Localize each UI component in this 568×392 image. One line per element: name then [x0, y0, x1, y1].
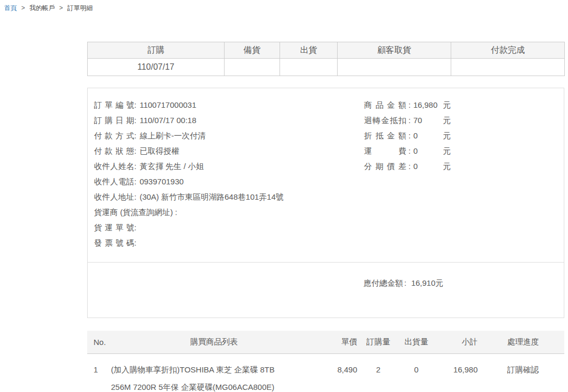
- status-value-row: 110/07/17: [88, 59, 565, 76]
- order-info-box: 訂單編號:1100717000031 訂購日期:110/07/17 00:18 …: [87, 88, 564, 318]
- info-row-recipient-address: 收件人地址:(30A) 新竹市東區明湖路648巷101弄14號: [94, 189, 557, 204]
- info-row-carrier: 貨運商 (貨流查詢網址) :: [94, 204, 557, 220]
- currency-unit: 元: [443, 100, 451, 109]
- breadcrumb-current-page: 訂單明細: [67, 4, 92, 12]
- product-name-link[interactable]: (加入購物車享折扣)TOSHIBA 東芝 企業碟 8TB 256M 7200R …: [111, 361, 285, 392]
- info-row-order-date: 訂購日期:110/07/17 00:18: [94, 113, 557, 128]
- info-row-rebate-deduction: 迴轉金抵扣:70元: [364, 113, 451, 128]
- product-subtotal: 16,980: [435, 353, 482, 392]
- shipping-fee-value: 0: [413, 143, 443, 158]
- rebate-deduction-label: 迴轉金抵扣: [364, 113, 406, 128]
- product-unit-price: 8,490: [317, 353, 359, 392]
- status-preparing-date: [225, 59, 280, 76]
- product-processing-status: 訂購確認: [482, 353, 564, 392]
- currency-unit: 元: [443, 116, 451, 125]
- discount-amount-label: 折抵金額: [364, 128, 406, 143]
- discount-amount-value: 0: [413, 128, 443, 143]
- order-date-label: 訂購日期: [94, 113, 134, 128]
- colon: :: [134, 192, 136, 201]
- status-col-payment-complete: 付款完成: [451, 42, 565, 59]
- payment-method-value: 線上刷卡-一次付清: [139, 131, 206, 140]
- purchased-products-table: No. 購買商品列表 單價 訂購量 出貨量 小計 處理進度 1 (加入購物車享折…: [87, 331, 564, 392]
- installment-difference-label: 分期價差: [364, 158, 406, 174]
- col-processing-status: 處理進度: [482, 331, 564, 353]
- status-col-ordered: 訂購: [88, 42, 225, 59]
- payment-status-label: 付款狀態: [94, 143, 134, 158]
- order-status-table: 訂購 備貨 出貨 顧客取貨 付款完成 110/07/17: [87, 42, 565, 76]
- colon: :: [175, 208, 177, 217]
- info-row-shipping-number: 貨運單號:: [94, 220, 557, 235]
- status-payment-complete-date: [451, 59, 565, 76]
- info-row-payment-status: 付款狀態:已取得授權: [94, 143, 557, 158]
- invoice-number-label: 發票號碼: [94, 235, 134, 250]
- product-row-no: 1: [87, 353, 111, 392]
- colon: :: [134, 100, 136, 109]
- breadcrumb: 首頁 > 我的帳戶 > 訂單明細: [4, 4, 568, 12]
- colon: :: [408, 100, 411, 109]
- currency-unit: 元: [443, 146, 451, 155]
- currency-unit: 元: [443, 162, 451, 171]
- payment-status-value: 已取得授權: [139, 146, 179, 155]
- recipient-address-value: (30A) 新竹市東區明湖路648巷101弄14號: [139, 192, 284, 201]
- breadcrumb-separator: >: [21, 4, 25, 12]
- status-header-row: 訂購 備貨 出貨 顧客取貨 付款完成: [88, 42, 565, 59]
- breadcrumb-my-account-link[interactable]: 我的帳戶: [30, 4, 55, 12]
- recipient-phone-value: 0939701930: [139, 177, 183, 186]
- recipient-name-label: 收件人姓名: [94, 158, 134, 174]
- product-row: 1 (加入購物車享折扣)TOSHIBA 東芝 企業碟 8TB 256M 7200…: [87, 353, 564, 392]
- info-row-installment-difference: 分期價差:0元: [364, 158, 451, 174]
- info-row-product-amount: 商品金額:16,980元: [364, 97, 451, 113]
- product-ship-qty: 0: [397, 353, 435, 392]
- colon: :: [134, 238, 136, 247]
- total-due-value: 16,910元: [411, 278, 443, 287]
- order-total-section: 應付總金額:16,910元: [88, 262, 564, 318]
- colon: :: [404, 278, 406, 287]
- product-amount-value: 16,980: [413, 97, 443, 113]
- info-row-order-number: 訂單編號:1100717000031: [94, 97, 557, 113]
- shipping-number-label: 貨運單號: [94, 220, 134, 235]
- col-no: No.: [87, 331, 111, 353]
- status-col-preparing: 備貨: [225, 42, 280, 59]
- col-product-list: 購買商品列表: [111, 331, 317, 353]
- info-row-payment-method: 付款方式:線上刷卡-一次付清: [94, 128, 557, 143]
- col-order-qty: 訂購量: [359, 331, 397, 353]
- colon: :: [408, 162, 411, 171]
- colon: :: [134, 116, 136, 125]
- colon: :: [134, 223, 136, 232]
- rebate-deduction-value: 70: [413, 113, 443, 128]
- info-row-shipping-fee: 運費:0元: [364, 143, 451, 158]
- colon: :: [408, 146, 411, 155]
- info-row-discount-amount: 折抵金額:0元: [364, 128, 451, 143]
- status-ordered-date: 110/07/17: [88, 59, 225, 76]
- product-order-qty: 2: [359, 353, 397, 392]
- currency-unit: 元: [443, 131, 451, 140]
- colon: :: [408, 131, 411, 140]
- order-info-left-column: 訂單編號:1100717000031 訂購日期:110/07/17 00:18 …: [94, 97, 557, 250]
- col-ship-qty: 出貨量: [397, 331, 435, 353]
- colon: :: [134, 177, 136, 186]
- total-due-label: 應付總金額: [364, 278, 403, 287]
- order-date-value: 110/07/17 00:18: [139, 116, 196, 125]
- order-info-main: 訂單編號:1100717000031 訂購日期:110/07/17 00:18 …: [88, 88, 564, 262]
- recipient-name-value: 黃玄揮 先生 / 小姐: [139, 162, 204, 171]
- colon: :: [408, 116, 411, 125]
- colon: :: [134, 146, 136, 155]
- product-amount-label: 商品金額: [364, 97, 406, 113]
- order-number-value: 1100717000031: [139, 100, 196, 109]
- col-unit-price: 單價: [317, 331, 359, 353]
- info-row-recipient-name: 收件人姓名:黃玄揮 先生 / 小姐: [94, 158, 557, 174]
- status-col-customer-pickup: 顧客取貨: [338, 42, 451, 59]
- shipping-fee-label: 運費: [364, 143, 406, 158]
- order-detail-content: 訂購 備貨 出貨 顧客取貨 付款完成 110/07/17 訂單編號:110071…: [87, 42, 564, 392]
- breadcrumb-home-link[interactable]: 首頁: [4, 4, 17, 12]
- colon: :: [134, 131, 136, 140]
- status-customer-pickup-date: [338, 59, 451, 76]
- info-row-recipient-phone: 收件人電話:0939701930: [94, 174, 557, 189]
- installment-difference-value: 0: [413, 158, 443, 174]
- order-info-right-column: 商品金額:16,980元 迴轉金抵扣:70元 折抵金額:0元 運費:0元 分期價…: [364, 97, 451, 174]
- colon: :: [134, 162, 136, 171]
- carrier-label: 貨運商 (貨流查詢網址): [94, 204, 173, 220]
- info-row-invoice-number: 發票號碼:: [94, 235, 557, 250]
- order-number-label: 訂單編號: [94, 97, 134, 113]
- payment-method-label: 付款方式: [94, 128, 134, 143]
